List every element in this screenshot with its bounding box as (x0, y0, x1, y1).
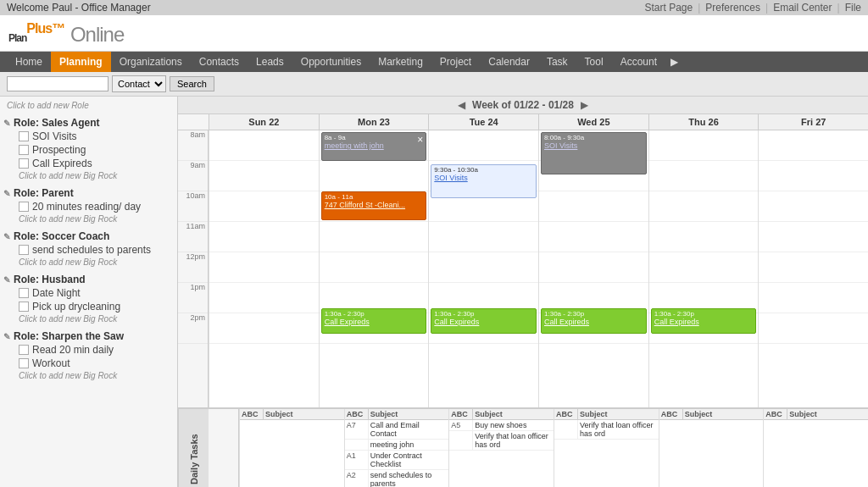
nav-account[interactable]: Account (612, 52, 665, 72)
tue-event-soivisits[interactable]: 9:30a - 10:30a SOI Visits (431, 164, 537, 198)
edit-icon[interactable]: ✎ (3, 189, 10, 198)
task-header: ABC Subject (345, 409, 449, 420)
event-title-link[interactable]: Call Expireds (654, 318, 754, 326)
nav-planning[interactable]: Planning (51, 52, 111, 72)
nav-organizations[interactable]: Organizations (111, 52, 191, 72)
nav-project[interactable]: Project (431, 52, 480, 72)
task-priority (449, 431, 473, 450)
mon-event-cleaning[interactable]: 10a - 11a 747 Clifford St -Cleani... (321, 191, 427, 220)
wed-event-soivisits[interactable]: 8:00a - 9:30a SOI Visits (541, 132, 647, 174)
task-text[interactable]: meeting john (369, 440, 449, 450)
add-bigrock-sales[interactable]: Click to add new Big Rock (0, 170, 177, 181)
checkbox[interactable] (19, 358, 29, 368)
search-type-dropdown[interactable]: Contact (112, 75, 166, 92)
app-logo: PlanPlus™ Online (8, 20, 124, 47)
task-row: A1 Under Contract Checklist (345, 451, 449, 470)
edit-icon[interactable]: ✎ (3, 275, 10, 285)
nav-marketing[interactable]: Marketing (370, 52, 431, 72)
day-column-mon: 8a - 9a × meeting with john 10a - 11a 74… (319, 130, 429, 407)
nav-calendar[interactable]: Calendar (480, 52, 538, 72)
mon-event-expireds[interactable]: 1:30a - 2:30p Call Expireds (321, 308, 427, 334)
day-header-tue: Tue 24 (428, 114, 538, 130)
file-link[interactable]: File (845, 2, 861, 14)
close-icon[interactable]: × (417, 134, 423, 146)
event-title-link[interactable]: SOI Visits (434, 174, 533, 182)
preferences-link[interactable]: Preferences (705, 2, 760, 14)
task-header: ABC Subject (554, 409, 659, 420)
task-priority: A5 (449, 420, 473, 430)
item-label: send schedules to parents (32, 244, 151, 256)
task-text[interactable]: Verify that loan officer has ord (578, 420, 659, 439)
task-col-mon: ABC Subject A7 Call and Email Contact me… (344, 409, 449, 487)
prev-week-button[interactable]: ◀ (458, 99, 465, 111)
task-row: Verify that loan officer has ord (554, 420, 659, 440)
list-item: Prospecting (0, 143, 177, 157)
edit-icon[interactable]: ✎ (3, 119, 10, 128)
add-bigrock-parent[interactable]: Click to add new Big Rock (0, 213, 177, 224)
checkbox[interactable] (19, 202, 29, 212)
logo-bar: PlanPlus™ Online (0, 15, 868, 52)
event-title-link[interactable]: meeting with john (325, 141, 424, 150)
task-col-fri: ABC Subject (763, 409, 868, 487)
task-col-tue: ABC Subject A5 Buy new shoes Verify that… (448, 409, 554, 487)
wed-event-expireds[interactable]: 1:30a - 2:30p Call Expireds (541, 308, 647, 334)
time-rows: 8am 9am 10am 11am 12pm 1pm 2pm (178, 130, 868, 407)
day-column-fri (758, 130, 868, 407)
nav-tool[interactable]: Tool (576, 52, 612, 72)
search-input[interactable] (7, 76, 108, 91)
event-time: 1:30a - 2:30p (434, 310, 533, 318)
item-label: SOI Visits (32, 130, 76, 142)
edit-icon[interactable]: ✎ (3, 232, 10, 241)
task-text[interactable]: send schedules to parents (369, 470, 449, 487)
nav-contacts[interactable]: Contacts (191, 52, 248, 72)
task-row: meeting john (345, 440, 449, 451)
next-week-button[interactable]: ▶ (581, 99, 588, 111)
task-text[interactable]: Buy new shoes (473, 420, 554, 430)
add-bigrock-husband[interactable]: Click to add new Big Rock (0, 313, 177, 324)
email-center-link[interactable]: Email Center (773, 2, 832, 14)
time-8am: 8am (178, 130, 208, 161)
add-bigrock-soccer[interactable]: Click to add new Big Rock (0, 257, 177, 268)
event-time: 9:30a - 10:30a (434, 166, 533, 174)
event-title-link[interactable]: Call Expireds (325, 318, 424, 326)
role-parent: ✎ Role: Parent (0, 185, 177, 200)
event-time: 10a - 11a (325, 193, 424, 201)
checkbox[interactable] (19, 245, 29, 255)
task-priority: A2 (345, 470, 369, 487)
task-text[interactable]: Verify that loan officer has ord (473, 431, 554, 450)
checkbox[interactable] (19, 131, 29, 141)
mon-event-meeting[interactable]: 8a - 9a × meeting with john (321, 132, 427, 161)
checkbox[interactable] (19, 145, 29, 155)
task-row: Verify that loan officer has ord (449, 431, 554, 451)
checkbox[interactable] (19, 288, 29, 298)
nav-more-button[interactable]: ▶ (665, 52, 683, 72)
checkbox[interactable] (19, 158, 29, 169)
start-page-link[interactable]: Start Page (645, 2, 693, 14)
nav-task[interactable]: Task (538, 52, 576, 72)
task-abc-header: ABC (345, 409, 369, 419)
list-item: 20 minutes reading/ day (0, 200, 177, 213)
event-title-link[interactable]: Call Expireds (544, 318, 643, 326)
add-role-link[interactable]: Click to add new Role (0, 100, 177, 111)
task-text[interactable]: Call and Email Contact (369, 420, 449, 439)
task-text[interactable]: Under Contract Checklist (369, 451, 449, 469)
list-item: SOI Visits (0, 130, 177, 143)
nav-home[interactable]: Home (7, 52, 51, 72)
task-abc-header: ABC (554, 409, 578, 419)
edit-icon[interactable]: ✎ (3, 332, 10, 341)
search-button[interactable]: Search (170, 76, 214, 91)
add-bigrock-sharpen[interactable]: Click to add new Big Rock (0, 370, 177, 381)
checkbox[interactable] (19, 302, 29, 312)
checkbox[interactable] (19, 345, 29, 355)
nav-leads[interactable]: Leads (248, 52, 292, 72)
event-title-link[interactable]: Call Expireds (434, 318, 533, 326)
thu-event-expireds[interactable]: 1:30a - 2:30p Call Expireds (651, 308, 757, 334)
task-row: A5 Buy new shoes (449, 420, 554, 431)
task-time-spacer (209, 409, 239, 487)
event-title-link[interactable]: 747 Clifford St -Cleani... (325, 201, 424, 209)
role-label: Role: Sales Agent (14, 117, 100, 129)
day-header-sun: Sun 22 (209, 114, 319, 130)
tue-event-expireds[interactable]: 1:30a - 2:30p Call Expireds (431, 308, 537, 334)
nav-opportunities[interactable]: Opportunities (292, 52, 370, 72)
event-title-link[interactable]: SOI Visits (544, 141, 643, 150)
